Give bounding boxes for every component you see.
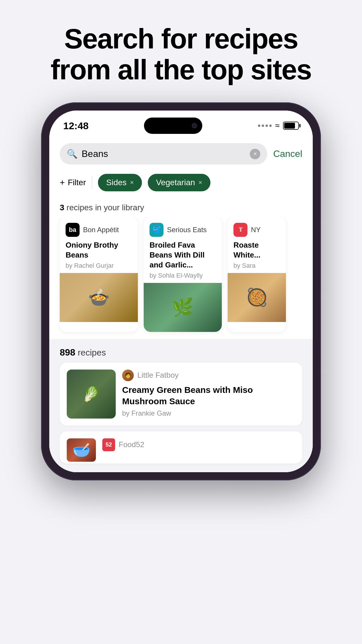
- card-header-1: 🪣 Serious Eats: [144, 217, 222, 239]
- recipe-author-0: by Frankie Gaw: [122, 409, 295, 417]
- card-image-emoji-1: 🌿: [172, 297, 194, 318]
- main-count-label: recipes: [78, 348, 106, 357]
- source-name-2: NY: [251, 226, 261, 234]
- avatar-f52-text: 52: [106, 441, 112, 448]
- source-logo-ba: ba: [66, 223, 80, 237]
- camera-dot: [192, 123, 197, 128]
- search-row: 🔍 Beans × Cancel: [49, 137, 313, 170]
- status-bar: 12:48 ≈: [49, 111, 313, 137]
- thumb-image-1: 🥣: [67, 438, 96, 462]
- recipe-thumb-1: 🥣: [67, 438, 96, 462]
- card-header-2: 𝕋 NY: [228, 217, 286, 239]
- recipe-title-0: Creamy Green Beans with Miso Mushroom Sa…: [122, 384, 295, 407]
- filter-label: Filter: [68, 178, 86, 187]
- recipe-source-row-1: 52 Food52: [102, 438, 295, 451]
- thumb-emoji-0: 🥬: [82, 386, 100, 402]
- battery-fill: [284, 123, 295, 129]
- status-icons: ≈: [258, 121, 299, 130]
- thumb-emoji-1: 🥣: [72, 442, 90, 459]
- source-logo-se: 🪣: [150, 223, 164, 237]
- filter-button[interactable]: + Filter: [60, 178, 86, 188]
- chip-sides-remove[interactable]: ×: [130, 179, 134, 186]
- card-image-2: 🥘: [228, 273, 286, 322]
- page-wrapper: Search for recipes from all the top site…: [0, 0, 362, 644]
- avatar-little-fatboy: 🧑: [122, 370, 134, 381]
- filter-plus-icon: +: [60, 178, 65, 188]
- library-card-1[interactable]: 🪣 Serious Eats Broiled Fava Beans With D…: [144, 217, 222, 332]
- chip-sides-label: Sides: [106, 178, 126, 187]
- headline: Search for recipes from all the top site…: [27, 0, 335, 102]
- search-query-text: Beans: [82, 148, 246, 159]
- main-card-1[interactable]: 🥣 52 Food52: [60, 431, 302, 463]
- card-title-2: Roaste White...: [228, 239, 286, 262]
- card-header-0: ba Bon Appétit: [60, 217, 138, 239]
- source-logo-nyt: 𝕋: [233, 223, 247, 237]
- logo-nyt-icon: 𝕋: [239, 227, 242, 233]
- chip-vegetarian-label: Vegetarian: [156, 178, 195, 187]
- filter-chip-vegetarian[interactable]: Vegetarian ×: [148, 174, 210, 191]
- search-input-wrap[interactable]: 🔍 Beans ×: [60, 143, 267, 164]
- recipe-info-0: 🧑 Little Fatboy Creamy Green Beans with …: [122, 370, 295, 417]
- library-cards-scroll[interactable]: ba Bon Appétit Oniony Brothy Beans by Ra…: [49, 217, 313, 339]
- card-author-0: by Rachel Gurjar: [60, 262, 138, 273]
- avatar-lf-icon: 🧑: [125, 372, 131, 379]
- card-image-emoji-2: 🥘: [246, 287, 268, 308]
- card-title-0: Oniony Brothy Beans: [60, 239, 138, 262]
- search-icon: 🔍: [67, 149, 78, 159]
- headline-text: Search for recipes from all the top site…: [51, 23, 312, 85]
- avatar-food52: 52: [102, 438, 115, 451]
- recipe-thumb-0: 🥬: [67, 370, 116, 419]
- card-image-0: 🍲: [60, 273, 138, 322]
- dynamic-island: [144, 118, 202, 134]
- logo-se-icon: 🪣: [153, 226, 161, 234]
- filter-chip-sides[interactable]: Sides ×: [98, 174, 142, 191]
- library-count: 3: [60, 203, 64, 212]
- source-label-0: Little Fatboy: [137, 371, 179, 380]
- source-label-1: Food52: [119, 440, 144, 449]
- battery-icon: [283, 122, 299, 130]
- card-image-emoji-0: 🍲: [88, 287, 110, 308]
- filter-divider: [92, 176, 92, 189]
- status-time: 12:48: [63, 120, 89, 132]
- main-section: 898 recipes 🥬 🧑: [49, 339, 313, 472]
- library-card-0[interactable]: ba Bon Appétit Oniony Brothy Beans by Ra…: [60, 217, 138, 332]
- app-content: 🔍 Beans × Cancel + Filter Sides ×: [49, 137, 313, 472]
- thumb-image-0: 🥬: [67, 370, 116, 419]
- library-label: recipes in your library: [66, 203, 144, 212]
- card-author-1: by Sohla El-Waylly: [144, 272, 222, 283]
- source-name-1: Serious Eats: [167, 226, 207, 234]
- card-title-1: Broiled Fava Beans With Dill and Garlic.…: [144, 239, 222, 272]
- recipe-info-1: 52 Food52: [102, 438, 295, 454]
- filter-row: + Filter Sides × Vegetarian ×: [49, 170, 313, 197]
- clear-search-button[interactable]: ×: [250, 149, 260, 159]
- main-card-0[interactable]: 🥬 🧑 Little Fatboy Creamy Green Beans wit…: [60, 363, 302, 426]
- card-author-2: by Sara: [228, 262, 286, 273]
- library-section-title: 3 recipes in your library: [49, 197, 313, 217]
- library-card-2[interactable]: 𝕋 NY Roaste White... by Sara 🥘: [228, 217, 286, 332]
- main-count-number: 898: [60, 347, 75, 358]
- phone-screen: 12:48 ≈ �: [49, 111, 313, 472]
- main-count: 898 recipes: [49, 345, 313, 363]
- source-name-0: Bon Appétit: [83, 226, 119, 234]
- wifi-icon: ≈: [275, 121, 280, 130]
- chip-vegetarian-remove[interactable]: ×: [198, 179, 202, 186]
- cancel-button[interactable]: Cancel: [273, 148, 302, 159]
- phone-shell: 12:48 ≈ �: [41, 102, 321, 480]
- recipe-source-row-0: 🧑 Little Fatboy: [122, 370, 295, 381]
- card-image-1: 🌿: [144, 283, 222, 332]
- signal-icon: [258, 125, 272, 127]
